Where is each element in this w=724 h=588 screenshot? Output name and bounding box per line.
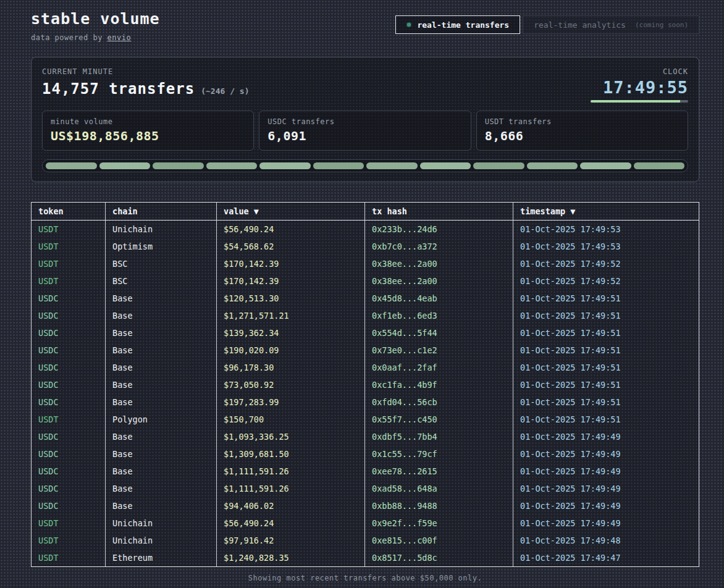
table-row: USDCBase$120,513.300x45d8...4eab01-Oct-2… — [32, 290, 699, 307]
transfers-table: token chain value ▼ tx hash timestamp ▼ … — [31, 202, 699, 567]
tab-label: real-time analytics — [534, 20, 626, 30]
cell-chain: BSC — [106, 255, 217, 272]
tab-real-time-analytics[interactable]: real-time analytics (coming soon) — [523, 15, 699, 34]
cell-chain: Base — [106, 307, 217, 324]
tab-bar: real-time transfers real-time analytics … — [395, 15, 699, 34]
table-row: USDCBase$1,111,591.260xad58...648a01-Oct… — [32, 480, 699, 497]
cell-timestamp: 01-Oct-2025 17:49:48 — [513, 532, 699, 549]
cell-timestamp: 01-Oct-2025 17:49:51 — [513, 359, 699, 376]
cell-value: $190,020.09 — [217, 342, 365, 359]
current-minute-label: CURRENT MINUTE — [42, 67, 249, 76]
cell-timestamp: 01-Oct-2025 17:49:49 — [513, 480, 699, 497]
cell-chain: Unichain — [106, 514, 217, 532]
cell-token: USDT — [32, 272, 106, 290]
cell-token: USDC — [32, 307, 106, 324]
stat-label: minute volume — [51, 117, 245, 126]
cell-timestamp: 01-Oct-2025 17:49:49 — [513, 514, 699, 532]
cell-timestamp: 01-Oct-2025 17:49:53 — [513, 238, 699, 255]
cell-value: $1,309,681.50 — [217, 445, 365, 463]
minute-segment-bar — [42, 159, 688, 172]
live-dot-icon — [406, 22, 411, 27]
table-row: USDCBase$1,093,336.250xdbf5...7bb401-Oct… — [32, 428, 699, 445]
cell-chain: Unichain — [106, 532, 217, 549]
cell-chain: Polygon — [106, 411, 217, 428]
cell-chain: Base — [106, 497, 217, 514]
cell-timestamp: 01-Oct-2025 17:49:51 — [513, 290, 699, 307]
current-minute-panel: CURRENT MINUTE 14,757 transfers (~246 / … — [31, 57, 699, 182]
cell-timestamp: 01-Oct-2025 17:49:51 — [513, 411, 699, 428]
minute-bar-segment — [527, 162, 578, 169]
col-header-chain[interactable]: chain — [106, 203, 217, 220]
stat-boxes: minute volume US$198,856,885 USDC transf… — [42, 111, 688, 151]
minute-bar-segment — [313, 162, 364, 169]
minute-bar-segment — [259, 162, 311, 169]
cell-token: USDC — [32, 393, 106, 411]
cell-token: USDC — [32, 480, 106, 497]
clock-progress-bar — [591, 100, 688, 103]
cell-tx-hash: 0xbb88...9488 — [365, 497, 513, 514]
cell-timestamp: 01-Oct-2025 17:49:47 — [513, 549, 699, 566]
cell-token: USDC — [32, 290, 106, 307]
col-header-token[interactable]: token — [32, 203, 106, 220]
coming-soon-badge: (coming soon) — [635, 21, 688, 29]
table-body: USDTUnichain$56,490.240x233b...24d601-Oc… — [32, 220, 699, 566]
table-row: USDCBase$190,020.090x73e0...c1e201-Oct-2… — [32, 342, 699, 359]
powered-by: data powered by envio — [31, 33, 160, 42]
cell-value: $96,178.30 — [217, 359, 365, 376]
cell-token: USDC — [32, 497, 106, 514]
cell-chain: BSC — [106, 272, 217, 290]
cell-value: $54,568.62 — [217, 238, 365, 255]
cell-value: $56,490.24 — [217, 514, 365, 532]
cell-token: USDC — [32, 342, 106, 359]
cell-tx-hash: 0x73e0...c1e2 — [365, 342, 513, 359]
cell-timestamp: 01-Oct-2025 17:49:51 — [513, 376, 699, 393]
cell-value: $150,700 — [217, 411, 365, 428]
cell-token: USDT — [32, 255, 106, 272]
col-header-value[interactable]: value ▼ — [217, 203, 365, 220]
cell-chain: Base — [106, 428, 217, 445]
cell-tx-hash: 0xee78...2615 — [365, 463, 513, 480]
cell-tx-hash: 0x55f7...c450 — [365, 411, 513, 428]
powered-by-text: data powered by — [31, 33, 107, 42]
minute-bar-segment — [473, 162, 524, 169]
cell-chain: Base — [106, 290, 217, 307]
cell-value: $120,513.30 — [217, 290, 365, 307]
cell-token: USDC — [32, 428, 106, 445]
cell-token: USDC — [32, 359, 106, 376]
transfers-summary: CURRENT MINUTE 14,757 transfers (~246 / … — [42, 67, 249, 98]
table-header-row: token chain value ▼ tx hash timestamp ▼ — [32, 203, 699, 220]
stat-usdc-transfers: USDC transfers 6,091 — [259, 111, 471, 151]
cell-tx-hash: 0x8517...5d8c — [365, 549, 513, 566]
cell-chain: Base — [106, 393, 217, 411]
stat-minute-volume: minute volume US$198,856,885 — [42, 111, 254, 151]
clock-label: CLOCK — [591, 67, 688, 76]
cell-tx-hash: 0x9e2f...f59e — [365, 514, 513, 532]
cell-token: USDC — [32, 324, 106, 342]
table-row: USDCBase$1,271,571.210xf1eb...6ed301-Oct… — [32, 307, 699, 324]
cell-tx-hash: 0xb7c0...a372 — [365, 238, 513, 255]
cell-timestamp: 01-Oct-2025 17:49:49 — [513, 428, 699, 445]
table-row: USDTUnichain$56,490.240x9e2f...f59e01-Oc… — [32, 514, 699, 532]
cell-tx-hash: 0xf1eb...6ed3 — [365, 307, 513, 324]
table-row: USDCBase$94,406.020xbb88...948801-Oct-20… — [32, 497, 699, 514]
tab-real-time-transfers[interactable]: real-time transfers — [395, 15, 520, 34]
cell-value: $1,093,336.25 — [217, 428, 365, 445]
col-header-tx-hash[interactable]: tx hash — [365, 203, 513, 220]
cell-chain: Base — [106, 480, 217, 497]
minute-bar-segment — [634, 162, 685, 169]
cell-value: $56,490.24 — [217, 220, 365, 238]
stat-value: US$198,856,885 — [51, 128, 245, 143]
clock-time: 17:49:55 — [591, 78, 688, 97]
cell-value: $1,111,591.26 — [217, 463, 365, 480]
cell-token: USDC — [32, 463, 106, 480]
minute-bar-segment — [153, 162, 204, 169]
cell-tx-hash: 0xc1fa...4b9f — [365, 376, 513, 393]
cell-tx-hash: 0x0aaf...2faf — [365, 359, 513, 376]
page-title: stable volume — [31, 10, 160, 28]
cell-tx-hash: 0x38ee...2a00 — [365, 272, 513, 290]
table-row: USDCBase$1,309,681.500x1c55...79cf01-Oct… — [32, 445, 699, 463]
envio-link[interactable]: envio — [107, 33, 132, 42]
cell-value: $197,283.99 — [217, 393, 365, 411]
cell-chain: Base — [106, 359, 217, 376]
col-header-timestamp[interactable]: timestamp ▼ — [513, 203, 699, 220]
